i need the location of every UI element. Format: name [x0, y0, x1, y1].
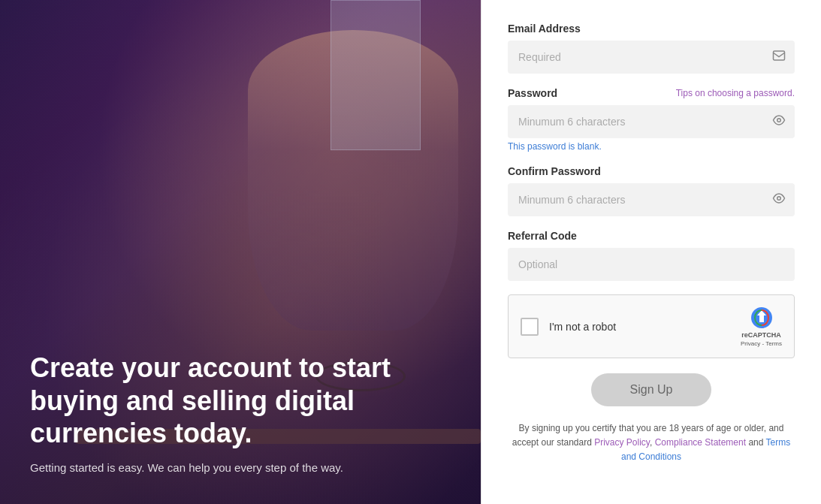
email-input-wrapper [508, 41, 795, 74]
svg-rect-0 [774, 51, 785, 60]
referral-input[interactable] [508, 248, 795, 281]
compliance-link[interactable]: Compliance Statement [655, 437, 746, 448]
recaptcha-label: I'm not a robot [549, 321, 616, 333]
signup-form-panel: Email Address Password Tips on choosing … [481, 0, 821, 504]
confirm-password-label: Confirm Password [508, 165, 601, 177]
email-label: Email Address [508, 23, 581, 35]
terms-and-text: and [748, 437, 763, 448]
confirm-password-group: Confirm Password [508, 165, 795, 216]
password-input[interactable] [508, 105, 795, 138]
confirm-password-input[interactable] [508, 183, 795, 216]
terms-text: By signing up you certify that you are 1… [508, 421, 795, 465]
confirm-password-visibility-icon[interactable] [772, 192, 786, 208]
referral-input-wrapper [508, 248, 795, 281]
signup-button[interactable]: Sign Up [591, 373, 711, 406]
left-panel: Create your account to start buying and … [0, 0, 481, 504]
hero-subtext: Getting started is easy. We can help you… [30, 461, 376, 474]
email-icon [772, 49, 786, 65]
referral-label: Referral Code [508, 230, 577, 242]
hero-heading: Create your account to start buying and … [30, 352, 421, 449]
recaptcha-left: I'm not a robot [521, 318, 616, 336]
password-tips-link[interactable]: Tips on choosing a password. [676, 88, 795, 98]
svg-point-1 [777, 119, 781, 122]
password-group: Password Tips on choosing a password. Th… [508, 87, 795, 152]
password-input-wrapper [508, 105, 795, 138]
referral-group: Referral Code [508, 230, 795, 281]
recaptcha-brand-text: reCAPTCHA [741, 331, 781, 339]
privacy-policy-link[interactable]: Privacy Policy [594, 437, 650, 448]
password-label: Password [508, 87, 557, 99]
recaptcha-links-text[interactable]: Privacy - Terms [741, 340, 782, 347]
email-group: Email Address [508, 23, 795, 74]
email-input[interactable] [508, 41, 795, 74]
confirm-password-input-wrapper [508, 183, 795, 216]
password-error: This password is blank. [508, 141, 795, 152]
recaptcha-right: reCAPTCHA Privacy - Terms [741, 306, 782, 347]
recaptcha-logo-icon [750, 306, 774, 330]
recaptcha-checkbox[interactable] [521, 318, 539, 336]
svg-point-2 [777, 197, 781, 201]
password-visibility-icon[interactable] [772, 113, 786, 130]
recaptcha-container[interactable]: I'm not a robot reCAPTCHA Privacy - Term… [508, 294, 795, 358]
